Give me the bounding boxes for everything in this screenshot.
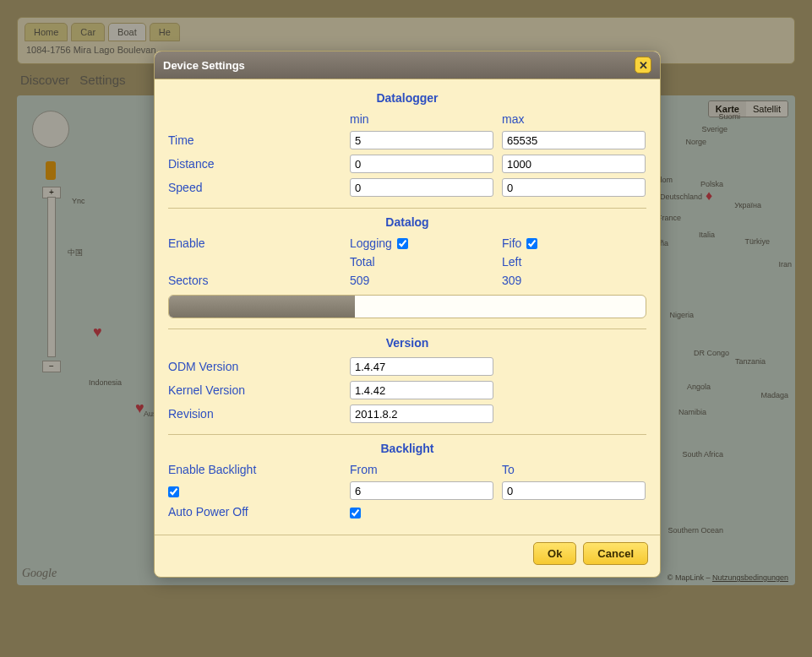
auto-power-off-checkbox[interactable] [350,508,361,519]
speed-max-input[interactable] [502,178,646,197]
sectors-left-value: 309 [502,274,654,287]
distance-min-input[interactable] [350,155,493,173]
section-datalogger: Datalogger min max Time Distance Speed [168,84,646,209]
close-icon: ✕ [639,59,648,72]
time-max-input[interactable] [502,131,646,149]
kernel-version-input[interactable] [350,381,493,399]
to-label: To [502,463,654,476]
enable-backlight-checkbox[interactable] [168,486,179,497]
distance-label: Distance [168,157,350,171]
backlight-from-input[interactable] [350,481,493,500]
fifo-label: Fifo [502,236,521,250]
col-max-label: max [502,112,654,126]
total-label: Total [350,255,502,269]
odm-version-input[interactable] [350,357,493,376]
backlight-to-input[interactable] [502,481,646,500]
odm-version-label: ODM Version [168,360,350,373]
time-label: Time [168,133,350,147]
enable-backlight-label: Enable Backlight [168,463,350,476]
speed-label: Speed [168,181,350,194]
section-title-datalogger: Datalogger [168,88,646,110]
close-button[interactable]: ✕ [635,57,651,73]
distance-max-input[interactable] [502,155,646,173]
fifo-checkbox[interactable] [526,238,537,249]
sectors-label: Sectors [168,274,350,287]
cancel-button[interactable]: Cancel [583,542,648,565]
time-min-input[interactable] [350,131,493,149]
left-label: Left [502,255,654,269]
from-label: From [350,463,502,476]
sectors-total-value: 509 [350,274,502,287]
section-backlight: Backlight Enable Backlight From To Auto … [168,435,646,529]
revision-label: Revision [168,407,350,421]
enable-label: Enable [168,236,350,250]
section-title-backlight: Backlight [168,438,646,460]
sectors-progress-fill [169,296,355,318]
col-min-label: min [350,112,502,126]
section-datalog: Datalog Enable Logging Fifo Total Left S… [168,209,646,329]
device-settings-dialog: Device Settings ✕ Datalogger min max Tim… [154,51,661,578]
speed-min-input[interactable] [350,178,493,197]
section-version: Version ODM Version Kernel Version Revis… [168,329,646,435]
kernel-version-label: Kernel Version [168,383,350,397]
logging-checkbox[interactable] [397,238,408,249]
auto-power-off-label: Auto Power Off [168,505,350,519]
section-title-datalog: Datalog [168,212,646,234]
ok-button[interactable]: Ok [533,542,576,565]
dialog-title: Device Settings [163,59,245,72]
sectors-progress-bar [168,295,646,318]
revision-input[interactable] [350,405,493,423]
section-title-version: Version [168,333,646,355]
logging-label: Logging [350,236,392,250]
